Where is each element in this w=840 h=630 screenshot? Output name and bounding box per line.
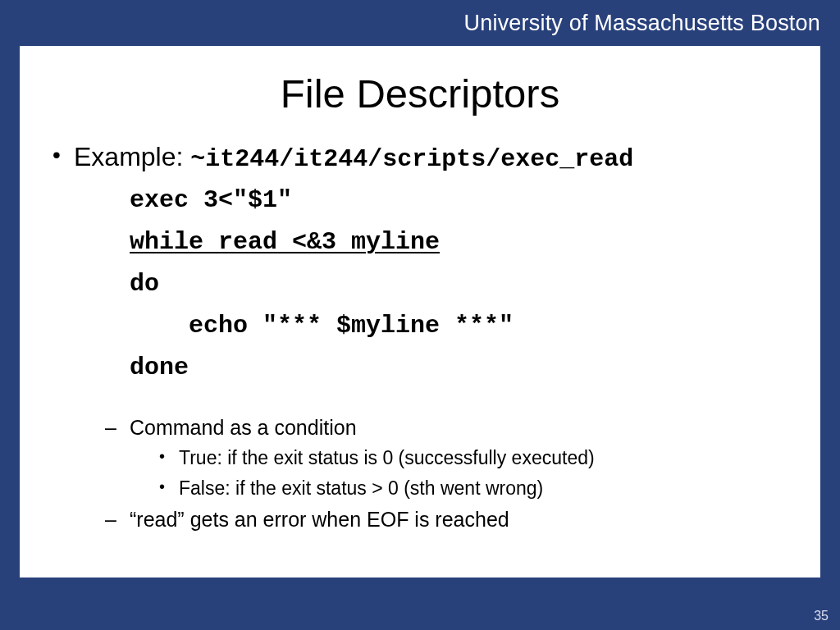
code-line-3: do xyxy=(130,263,804,305)
content: Example: ~it244/it244/scripts/exec_read … xyxy=(20,139,820,536)
note-eof: “read” gets an error when EOF is reached xyxy=(130,504,804,536)
slide-title: File Descriptors xyxy=(20,71,820,116)
code-line-5: done xyxy=(130,347,804,389)
code-block: exec 3<"$1" while read <&3 myline do ech… xyxy=(130,180,804,389)
code-line-1: exec 3<"$1" xyxy=(130,180,804,221)
note-condition: Command as a condition xyxy=(130,412,804,444)
example-bullet: Example: ~it244/it244/scripts/exec_read xyxy=(74,139,804,176)
slide: University of Massachusetts Boston File … xyxy=(0,0,840,630)
note-true: True: if the exit status is 0 (successfu… xyxy=(179,443,804,473)
code-line-4: echo "*** $myline ***" xyxy=(130,305,804,347)
page-number: 35 xyxy=(814,609,829,623)
org-name: University of Massachusetts Boston xyxy=(464,11,820,35)
slide-body: File Descriptors Example: ~it244/it244/s… xyxy=(20,46,820,578)
example-label: Example: xyxy=(74,142,190,171)
header-bar: University of Massachusetts Boston xyxy=(0,0,840,46)
note-false: False: if the exit status > 0 (sth went … xyxy=(179,473,804,504)
example-path: ~it244/it244/scripts/exec_read xyxy=(190,145,633,173)
code-line-2: while read <&3 myline xyxy=(130,221,804,263)
